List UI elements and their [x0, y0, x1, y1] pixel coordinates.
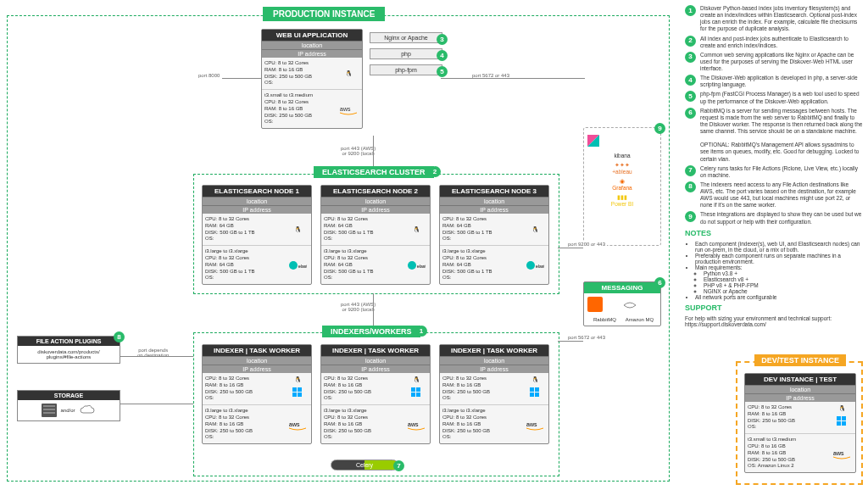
port-8000: port 8000 — [197, 73, 221, 78]
dev-title: DEV/TEST INSTANCE — [754, 354, 846, 366]
pill-php: php4 — [370, 48, 442, 59]
es-node-2: ELASTICSEARCH NODE 2 location IP address… — [320, 185, 431, 285]
port-9200: port 9200 or 443 — [566, 242, 607, 247]
badge-7: 7 — [393, 460, 404, 471]
svg-text:aws: aws — [526, 421, 537, 427]
badge-5: 5 — [437, 66, 448, 77]
notes: NOTES Each component (indexer(s), web UI… — [685, 229, 863, 327]
svg-rect-10 — [298, 393, 302, 397]
linux-icon: 🐧 — [531, 226, 539, 233]
svg-rect-29 — [837, 416, 841, 420]
linux-icon: 🐧 — [413, 226, 420, 233]
svg-rect-14 — [411, 393, 415, 397]
messaging-box: 6 MESSAGING RabbitMQ Amazon MQ — [583, 281, 661, 326]
grafana-icon: ◉Grafana — [587, 178, 657, 191]
linux-icon: 🐧 — [294, 376, 302, 383]
svg-rect-20 — [535, 393, 539, 397]
powerbi-icon: ▮▮▮Power BI — [587, 194, 657, 207]
windows-icon — [292, 387, 303, 398]
cloud-icon — [79, 404, 96, 416]
idx-1: INDEXER | TASK WORKER location IP addres… — [202, 344, 312, 444]
svg-text:aws: aws — [340, 106, 351, 112]
webui-head: WEB UI APPLICATION — [262, 30, 362, 41]
badge-6: 6 — [654, 277, 665, 288]
svg-text:elastic: elastic — [417, 264, 426, 269]
svg-text:elastic: elastic — [298, 264, 307, 269]
celery-pill: Celery7 — [331, 459, 398, 471]
badge-4: 4 — [437, 50, 448, 61]
badge-8: 8 — [114, 331, 125, 342]
webui-spec2: t3.small to t3.medium CPU: 8 to 32 Cores… — [264, 92, 337, 125]
linux-icon: 🐧 — [413, 376, 420, 383]
svg-rect-27 — [43, 409, 55, 410]
badge-2: 2 — [430, 166, 441, 177]
prod-title: PRODUCTION INSTANCE — [263, 7, 385, 21]
badge-9: 9 — [654, 123, 665, 134]
port-443-a: port 443 (AWS) or 9200 (local) — [339, 146, 377, 156]
windows-icon — [530, 387, 540, 398]
amazonmq-icon — [622, 297, 637, 312]
pill-nginx: Nginx or Apache3 — [370, 32, 442, 43]
aws-icon: aws — [832, 447, 852, 460]
idx-title: INDEXERS/WORKERS1 — [322, 326, 420, 337]
elastic-icon: elastic — [288, 259, 307, 271]
svg-rect-31 — [837, 421, 841, 426]
es-node-3: ELASTICSEARCH NODE 3 location IP address… — [439, 185, 549, 285]
svg-text:aws: aws — [408, 421, 419, 427]
port-443-b: port 443 (AWS) or 9200 (local) — [339, 302, 377, 312]
linux-icon: 🐧 — [838, 405, 846, 412]
aws-icon: aws — [406, 418, 426, 432]
tableau-icon: ✦✦✦+ableau — [587, 162, 657, 175]
linux-icon: 🐧 — [345, 70, 353, 77]
svg-text:elastic: elastic — [536, 264, 544, 269]
svg-point-1 — [289, 261, 298, 270]
elastic-icon: elastic — [407, 259, 426, 271]
disk-icon — [42, 404, 57, 417]
es-node-1: ELASTICSEARCH NODE 1 location IP address… — [202, 185, 312, 285]
fap-box: 8 FILE ACTION PLUGINS diskoverdata.com/p… — [17, 336, 120, 364]
svg-point-3 — [408, 261, 416, 270]
linux-icon: 🐧 — [531, 376, 539, 383]
analytics-box: 9 kibana ✦✦✦+ableau ◉Grafana ▮▮▮Power BI — [583, 127, 661, 246]
svg-rect-30 — [842, 416, 846, 420]
legend: 1Diskover Python-based index jobs invent… — [685, 5, 863, 327]
svg-rect-32 — [842, 421, 846, 426]
badge-3: 3 — [437, 34, 448, 45]
svg-rect-18 — [535, 387, 539, 392]
idx-3: INDEXER | TASK WORKER location IP addres… — [439, 344, 549, 444]
svg-rect-9 — [292, 393, 297, 397]
svg-rect-15 — [416, 393, 420, 397]
svg-rect-8 — [298, 387, 302, 392]
svg-rect-19 — [530, 393, 534, 397]
svg-rect-13 — [416, 387, 420, 392]
port-5672-b: port 5672 or 443 — [566, 335, 607, 340]
windows-icon — [837, 416, 847, 426]
elastic-icon: elastic — [526, 259, 544, 271]
svg-rect-17 — [530, 387, 534, 392]
svg-text:aws: aws — [289, 421, 300, 427]
windows-icon — [411, 387, 421, 398]
svg-rect-26 — [43, 405, 55, 407]
fap-link[interactable]: diskoverdata.com/products/ plugins/#file… — [18, 346, 120, 363]
linux-icon: 🐧 — [294, 226, 302, 233]
svg-rect-28 — [43, 412, 55, 414]
es-title: ELASTICSEARCH CLUSTER2 — [314, 166, 434, 178]
idx-2: INDEXER | TASK WORKER location IP addres… — [320, 344, 431, 444]
badge-1: 1 — [416, 326, 427, 337]
rabbitmq-icon — [587, 297, 603, 312]
pill-phpfpm: php-fpm5 — [370, 64, 442, 75]
aws-icon: aws — [338, 103, 359, 116]
dev-node: DEV INSTANCE | TEST location IP address … — [744, 373, 856, 473]
storage-box: STORAGE and/or — [17, 390, 120, 421]
aws-icon: aws — [287, 418, 308, 432]
webui-node: WEB UI APPLICATION location IP address C… — [261, 29, 363, 129]
svg-point-5 — [526, 261, 535, 270]
webui-spec1: CPU: 8 to 32 Cores RAM: 8 to 16 GB DISK:… — [264, 60, 337, 86]
svg-rect-24 — [587, 297, 603, 312]
webui-ip: IP address — [262, 49, 362, 58]
es1-head: ELASTICSEARCH NODE 1 — [203, 186, 311, 197]
webui-loc: location — [262, 41, 362, 49]
svg-rect-7 — [292, 387, 297, 392]
svg-rect-12 — [411, 387, 415, 392]
aws-icon: aws — [525, 418, 545, 432]
